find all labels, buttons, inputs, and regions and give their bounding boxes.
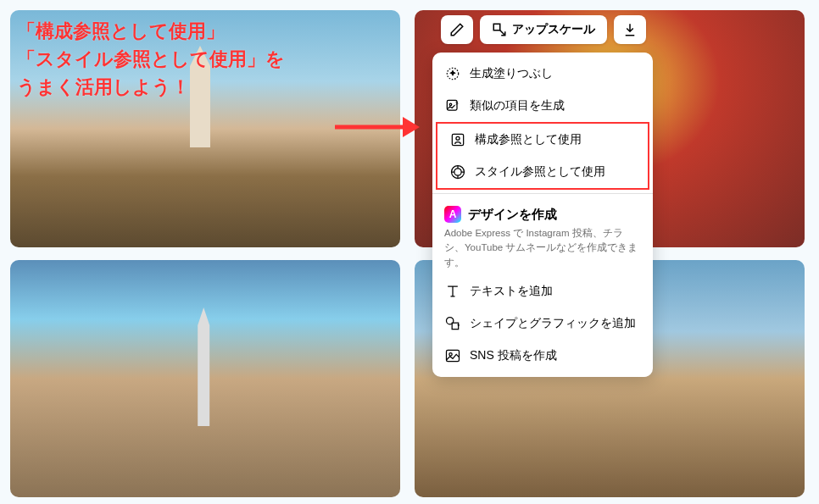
upscale-icon [492, 22, 507, 37]
image-gallery [0, 0, 819, 504]
image-icon [444, 347, 461, 364]
menu-item-style-reference[interactable]: スタイル参照として使用 [437, 156, 648, 188]
edit-button[interactable] [441, 15, 473, 44]
menu-item-add-shapes[interactable]: シェイプとグラフィックを追加 [432, 307, 653, 340]
svg-rect-0 [493, 24, 500, 30]
design-section: A デザインを作成 Adobe Express で Instagram 投稿、チ… [432, 197, 653, 275]
menu-item-generative-fill[interactable]: 生成塗りつぶし [432, 58, 653, 90]
menu-label: テキストを追加 [470, 284, 553, 299]
style-ref-icon [449, 163, 466, 180]
menu-item-composition-reference[interactable]: 構成参照として使用 [437, 124, 648, 156]
svg-point-7 [454, 169, 461, 175]
composition-ref-icon [449, 131, 466, 148]
section-title: デザインを作成 [468, 207, 557, 223]
menu-label: 構成参照として使用 [475, 132, 582, 147]
highlighted-options: 構成参照として使用 スタイル参照として使用 [436, 122, 649, 190]
menu-label: 生成塗りつぶし [470, 66, 553, 81]
sparkle-fill-icon [444, 65, 461, 82]
menu-label: シェイプとグラフィックを追加 [470, 316, 636, 331]
menu-label: SNS 投稿を作成 [470, 348, 557, 363]
thumbnail-1[interactable] [10, 10, 400, 247]
generate-similar-icon [444, 97, 461, 114]
menu-label: 類似の項目を生成 [470, 98, 565, 114]
svg-rect-9 [452, 323, 459, 330]
svg-point-5 [456, 136, 460, 140]
svg-point-11 [449, 352, 452, 355]
text-icon [444, 283, 461, 300]
svg-point-3 [449, 103, 452, 106]
upscale-label: アップスケール [512, 22, 595, 37]
download-icon [622, 22, 638, 37]
upscale-button[interactable]: アップスケール [480, 15, 607, 44]
image-toolbar: アップスケール [441, 15, 646, 44]
menu-item-sns-post[interactable]: SNS 投稿を作成 [432, 340, 653, 372]
menu-item-add-text[interactable]: テキストを追加 [432, 275, 653, 307]
section-title-row: A デザインを作成 [444, 206, 641, 223]
menu-divider [432, 193, 653, 194]
pencil-icon [449, 22, 465, 37]
thumbnail-3[interactable] [10, 260, 400, 497]
shapes-icon [444, 315, 461, 332]
context-menu: 生成塗りつぶし 類似の項目を生成 構成参照として使用 スタイル参照として使用 A… [432, 53, 653, 377]
download-button[interactable] [614, 15, 646, 44]
adobe-express-logo: A [444, 206, 461, 223]
menu-item-generate-similar[interactable]: 類似の項目を生成 [432, 90, 653, 122]
section-description: Adobe Express で Instagram 投稿、チラシ、YouTube… [444, 226, 641, 270]
menu-label: スタイル参照として使用 [475, 164, 605, 180]
